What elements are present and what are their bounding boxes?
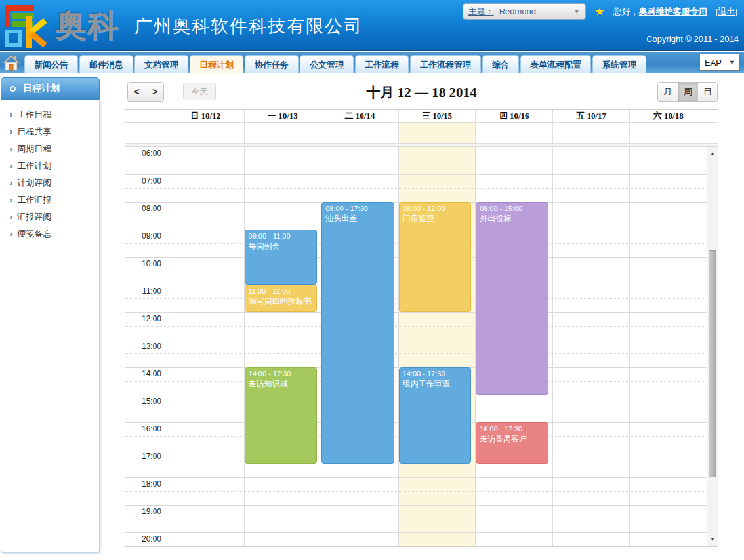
half-hour-line — [125, 353, 707, 354]
greeting-prefix: 您好， — [613, 7, 639, 16]
day-header-cell-1: 日 10/12 — [167, 110, 244, 122]
calendar-event-1[interactable]: 09:00 - 11:00每周例会 — [245, 230, 318, 285]
nav-tab-3[interactable]: 文档管理 — [134, 55, 188, 73]
nav-tab-8[interactable]: 工作流程管理 — [410, 55, 481, 73]
day-column-2[interactable] — [244, 147, 321, 546]
arrow-right-icon: › — [10, 127, 12, 136]
event-title: 编写周四的投标书 — [249, 296, 314, 306]
sidebar-item-2[interactable]: ›日程共享 — [1, 123, 99, 140]
sidebar-item-label: 周期日程 — [17, 144, 51, 153]
vertical-scrollbar[interactable]: ▲ ▼ — [707, 147, 718, 546]
hour-line — [125, 312, 707, 313]
sidebar-item-label: 便笺备忘 — [17, 229, 51, 239]
eap-select[interactable]: EAP ▼ — [699, 54, 740, 71]
allday-cell-2[interactable] — [244, 123, 321, 143]
time-grid: 06:0007:0008:0009:0010:0011:0012:0013:00… — [125, 147, 707, 546]
home-icon[interactable] — [1, 53, 22, 73]
day-header-cell-5: 四 10/16 — [475, 110, 552, 122]
sidebar-item-1[interactable]: ›工作日程 — [1, 106, 99, 123]
day-header-cell-6: 五 10/17 — [552, 110, 630, 122]
half-hour-line — [125, 161, 707, 161]
sidebar-item-5[interactable]: ›计划评阅 — [1, 174, 99, 191]
favorite-star-icon[interactable]: ★ — [594, 5, 605, 19]
allday-row — [125, 123, 718, 144]
nav-tab-9[interactable]: 综合 — [482, 55, 519, 73]
theme-value: Redmond — [499, 7, 574, 16]
sidebar-item-4[interactable]: ›工作计划 — [1, 157, 99, 174]
view-button-1[interactable]: 月 — [658, 83, 678, 101]
day-column-6[interactable] — [552, 147, 630, 546]
sidebar-title: 日程计划 — [1, 77, 100, 100]
allday-cell-5[interactable] — [475, 123, 552, 143]
time-label: 13:00 — [125, 342, 161, 351]
allday-cell-4[interactable] — [398, 123, 476, 143]
scroll-down-icon[interactable]: ▼ — [707, 534, 718, 545]
event-title: 外出投标 — [480, 214, 545, 224]
arrow-right-icon: › — [10, 229, 12, 239]
time-label: 18:00 — [125, 479, 161, 489]
view-button-2[interactable]: 周 — [678, 83, 697, 101]
nav-tab-7[interactable]: 工作流程 — [355, 55, 409, 73]
time-label: 06:00 — [125, 149, 161, 158]
time-label: 11:00 — [125, 287, 161, 296]
half-hour-line — [125, 464, 707, 464]
calendar-event-2[interactable]: 11:00 - 12:00编写周四的投标书 — [245, 285, 318, 312]
time-label: 14:00 — [125, 369, 161, 378]
app-header: 奥科 广州奥科软件科技有限公司 主题： Redmond ▼ ★ 您好，奥科维护客… — [0, 0, 744, 51]
nav-tab-11[interactable]: 系统管理 — [592, 55, 646, 73]
allday-cell-7[interactable] — [629, 123, 707, 143]
calendar-event-3[interactable]: 14:00 - 17:30走访知识城 — [245, 367, 318, 464]
time-label: 20:00 — [125, 534, 161, 544]
nav-tab-2[interactable]: 邮件消息 — [79, 55, 133, 73]
scrollbar-thumb[interactable] — [709, 250, 716, 477]
half-hour-line — [125, 519, 707, 519]
allday-cell-6[interactable] — [552, 123, 630, 143]
sidebar-item-8[interactable]: ›便笺备忘 — [1, 226, 99, 243]
greeting-text: 您好，奥科维护客服专用 — [613, 6, 707, 18]
day-header-spacer — [707, 110, 718, 122]
day-header-cell-2: 一 10/13 — [244, 110, 321, 122]
calendar-event-4[interactable]: 08:00 - 17:30汕头出差 — [321, 202, 394, 464]
sidebar-item-3[interactable]: ›周期日程 — [1, 140, 99, 157]
circle-icon — [10, 86, 16, 92]
logout-link[interactable]: [退出] — [716, 6, 737, 18]
day-column-1[interactable] — [167, 147, 244, 546]
event-title: 组内工作审查 — [403, 379, 468, 389]
nav-tab-5[interactable]: 协作任务 — [245, 55, 299, 73]
nav-tab-6[interactable]: 公文管理 — [300, 55, 354, 73]
day-header-cell-3: 二 10/14 — [321, 110, 398, 122]
event-title: 走访番禺客户 — [480, 434, 545, 444]
theme-label: 主题： — [468, 6, 494, 18]
theme-select[interactable]: 主题： Redmond ▼ — [463, 3, 586, 20]
calendar-event-6[interactable]: 14:00 - 17:30组内工作审查 — [399, 367, 472, 464]
sidebar-item-label: 工作计划 — [17, 161, 51, 170]
scroll-up-icon[interactable]: ▲ — [707, 148, 718, 159]
calendar-event-8[interactable]: 16:00 - 17:30走访番禺客户 — [476, 422, 548, 464]
hour-line — [125, 477, 707, 478]
main-content: < > 今天 十月 12 — 18 2014 月周日 日 10/12一 10/1… — [125, 73, 718, 547]
allday-spacer — [707, 123, 718, 143]
nav-tab-1[interactable]: 新闻公告 — [24, 55, 78, 73]
user-profile-link[interactable]: 奥科维护客服专用 — [639, 7, 707, 16]
arrow-right-icon: › — [10, 110, 12, 119]
nav-tab-10[interactable]: 表单流程配置 — [520, 55, 591, 73]
chevron-down-icon: ▼ — [574, 9, 580, 15]
event-time: 14:00 - 17:30 — [249, 369, 314, 379]
allday-cell-3[interactable] — [321, 123, 398, 143]
sidebar-item-6[interactable]: ›工作汇报 — [1, 191, 99, 209]
half-hour-line — [125, 491, 707, 492]
calendar-event-7[interactable]: 08:00 - 15:00外出投标 — [476, 202, 548, 395]
sidebar-item-7[interactable]: ›汇报评阅 — [1, 209, 99, 226]
time-label: 09:00 — [125, 231, 161, 241]
view-button-3[interactable]: 日 — [697, 83, 717, 101]
hour-line — [125, 174, 707, 175]
time-label: 10:00 — [125, 259, 161, 268]
event-title: 汕头出差 — [325, 214, 390, 224]
nav-tabs: 新闻公告邮件消息文档管理日程计划协作任务公文管理工作流程工作流程管理综合表单流程… — [24, 52, 648, 73]
sidebar-item-label: 工作日程 — [17, 110, 51, 119]
nav-tab-4[interactable]: 日程计划 — [190, 55, 243, 73]
day-column-7[interactable] — [629, 147, 707, 546]
calendar-event-5[interactable]: 08:00 - 12:00门店巡查 — [399, 202, 472, 312]
allday-cell-1[interactable] — [167, 123, 244, 143]
copyright-text: Copyright © 2011 - 2014 — [646, 34, 739, 44]
